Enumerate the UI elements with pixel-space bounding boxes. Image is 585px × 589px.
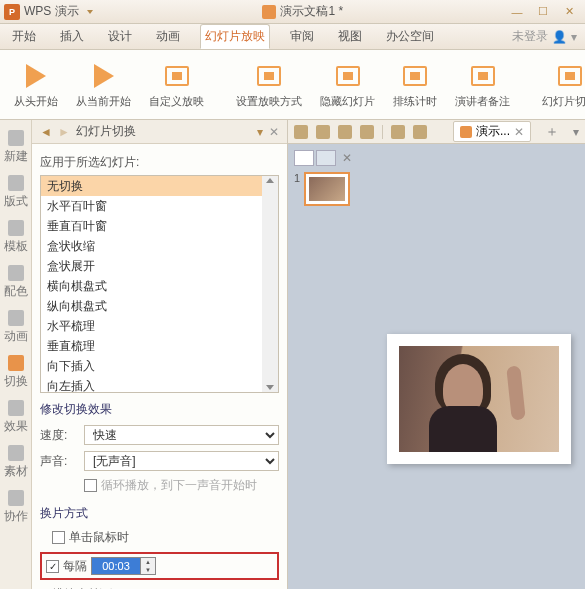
maximize-button[interactable]: ☐ xyxy=(531,3,555,21)
sound-label: 声音: xyxy=(40,453,80,470)
sidebar-template[interactable]: 模板 xyxy=(2,216,30,259)
ribbon-hide-slide[interactable]: 隐藏幻灯片 xyxy=(314,58,381,111)
transition-item[interactable]: 盒状展开 xyxy=(41,256,262,276)
slide-canvas[interactable] xyxy=(362,144,585,589)
thumb-view-slides[interactable] xyxy=(294,150,314,166)
color-icon xyxy=(8,265,24,281)
sidebar-color[interactable]: 配色 xyxy=(2,261,30,304)
panel-header: ◄ ► 幻灯片切换 ▾ ✕ xyxy=(32,120,287,144)
transition-listbox: 无切换 水平百叶窗 垂直百叶窗 盒状收缩 盒状展开 横向棋盘式 纵向棋盘式 水平… xyxy=(40,175,279,393)
panel-fwd-icon[interactable]: ► xyxy=(58,125,70,139)
transition-item[interactable]: 横向棋盘式 xyxy=(41,276,262,296)
sidebar-collab[interactable]: 协作 xyxy=(2,486,30,529)
panel-title: 幻灯片切换 xyxy=(76,123,251,140)
slide-preview[interactable] xyxy=(387,334,571,464)
qt-print-icon[interactable] xyxy=(338,125,352,139)
ribbon-rehearse[interactable]: 排练计时 xyxy=(387,58,443,111)
ribbon-from-current[interactable]: 从当前开始 xyxy=(70,58,137,111)
app-logo-icon: P xyxy=(4,4,20,20)
list-scrollbar[interactable] xyxy=(262,176,278,392)
layout-icon xyxy=(8,175,24,191)
ribbon-setup-show[interactable]: 设置放映方式 xyxy=(230,58,308,111)
interval-input[interactable] xyxy=(91,557,141,575)
transition-item[interactable]: 向左插入 xyxy=(41,376,262,392)
minimize-button[interactable]: — xyxy=(505,3,529,21)
window-controls: — ☐ ✕ xyxy=(505,3,581,21)
tab-insert[interactable]: 插入 xyxy=(56,25,88,48)
speed-select[interactable]: 快速 xyxy=(84,425,279,445)
sidebar-new[interactable]: 新建 xyxy=(2,126,30,169)
loop-checkbox[interactable] xyxy=(84,479,97,492)
title-bar: P WPS 演示 演示文稿1 * — ☐ ✕ xyxy=(0,0,585,24)
document-tab[interactable]: 演示... ✕ xyxy=(453,121,531,142)
transition-item[interactable]: 垂直百叶窗 xyxy=(41,216,262,236)
sidebar-effect[interactable]: 效果 xyxy=(2,396,30,439)
app-menu-dropdown-icon[interactable] xyxy=(87,10,93,14)
scroll-down-icon[interactable] xyxy=(266,385,274,390)
tab-slideshow[interactable]: 幻灯片放映 xyxy=(200,24,270,49)
slide-image xyxy=(399,346,559,452)
panel-back-icon[interactable]: ◄ xyxy=(40,125,52,139)
transition-item[interactable]: 水平梳理 xyxy=(41,316,262,336)
sidebar-asset[interactable]: 素材 xyxy=(2,441,30,484)
sidebar-animation[interactable]: 动画 xyxy=(2,306,30,349)
thumb-view-outline[interactable] xyxy=(316,150,336,166)
modify-header: 修改切换效果 xyxy=(40,401,279,418)
document-tab-close-icon[interactable]: ✕ xyxy=(514,125,524,139)
transition-item[interactable]: 向下插入 xyxy=(41,356,262,376)
transition-item[interactable]: 纵向棋盘式 xyxy=(41,296,262,316)
qt-save-icon[interactable] xyxy=(316,125,330,139)
panel-close-icon[interactable]: ✕ xyxy=(269,125,279,139)
transition-list[interactable]: 无切换 水平百叶窗 垂直百叶窗 盒状收缩 盒状展开 横向棋盘式 纵向棋盘式 水平… xyxy=(41,176,262,392)
scroll-up-icon[interactable] xyxy=(266,178,274,183)
ribbon-speaker-notes[interactable]: 演讲者备注 xyxy=(449,58,516,111)
transition-item[interactable]: 无切换 xyxy=(41,176,262,196)
collab-icon xyxy=(8,490,24,506)
tab-animation[interactable]: 动画 xyxy=(152,25,184,48)
document-icon xyxy=(262,5,276,19)
spinner-down-icon[interactable]: ▼ xyxy=(141,566,155,574)
thumbnail-image xyxy=(304,172,350,206)
tab-start[interactable]: 开始 xyxy=(8,25,40,48)
interval-checkbox[interactable]: ✓ xyxy=(46,560,59,573)
transition-item[interactable]: 水平百叶窗 xyxy=(41,196,262,216)
document-tab-label: 演示... xyxy=(476,123,510,140)
login-area[interactable]: 未登录 👤 ▾ xyxy=(512,28,577,45)
onclick-checkbox[interactable] xyxy=(52,531,65,544)
qt-undo-icon[interactable] xyxy=(391,125,405,139)
sidebar-transition[interactable]: 切换 xyxy=(2,351,30,394)
tab-review[interactable]: 审阅 xyxy=(286,25,318,48)
transition-item[interactable]: 盒状收缩 xyxy=(41,236,262,256)
close-button[interactable]: ✕ xyxy=(557,3,581,21)
quick-toolbar: 演示... ✕ ＋ ▾ xyxy=(288,120,585,144)
qt-separator xyxy=(382,125,383,139)
new-tab-button[interactable]: ＋ xyxy=(545,123,559,141)
animation-icon xyxy=(8,310,24,326)
tab-list-icon[interactable]: ▾ xyxy=(573,125,579,139)
slide-number: 1 xyxy=(294,172,300,184)
interval-highlight-box: ✓ 每隔 ▲ ▼ xyxy=(40,552,279,580)
thumbnail-pane: ✕ 1 xyxy=(288,144,362,589)
tab-view[interactable]: 视图 xyxy=(334,25,366,48)
tab-design[interactable]: 设计 xyxy=(104,25,136,48)
qt-preview-icon[interactable] xyxy=(360,125,374,139)
sidebar-layout[interactable]: 版式 xyxy=(2,171,30,214)
transition-item[interactable]: 垂直梳理 xyxy=(41,336,262,356)
panel-menu-icon[interactable]: ▾ xyxy=(257,125,263,139)
ribbon-transition[interactable]: 幻灯片切换 xyxy=(536,58,585,111)
sound-select[interactable]: [无声音] xyxy=(84,451,279,471)
menu-bar: 开始 插入 设计 动画 幻灯片放映 审阅 视图 办公空间 未登录 👤 ▾ xyxy=(0,24,585,50)
document-title-text: 演示文稿1 * xyxy=(280,3,343,20)
tab-office[interactable]: 办公空间 xyxy=(382,25,438,48)
applied-label: 应用于所选幻灯片: xyxy=(40,154,279,171)
interval-spinner: ▲ ▼ xyxy=(91,557,156,575)
thumb-pane-close-icon[interactable]: ✕ xyxy=(342,151,352,165)
spinner-up-icon[interactable]: ▲ xyxy=(141,558,155,566)
ribbon-custom-show[interactable]: 自定义放映 xyxy=(143,58,210,111)
ribbon-from-beginning[interactable]: 从头开始 xyxy=(8,58,64,111)
onclick-label: 单击鼠标时 xyxy=(69,529,129,546)
slide-thumbnail[interactable]: 1 xyxy=(294,172,356,206)
left-sidebar: 新建 版式 模板 配色 动画 切换 效果 素材 协作 xyxy=(0,120,32,589)
qt-redo-icon[interactable] xyxy=(413,125,427,139)
qt-new-icon[interactable] xyxy=(294,125,308,139)
